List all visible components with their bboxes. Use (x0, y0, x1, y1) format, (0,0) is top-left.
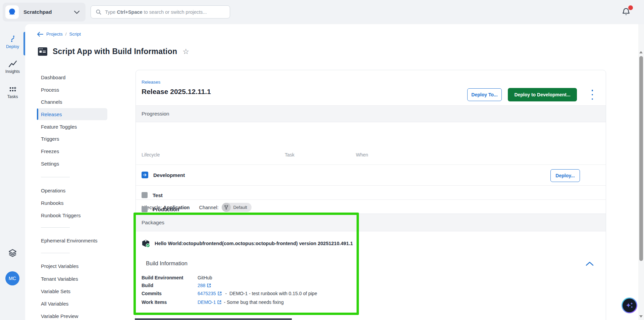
row-divider (136, 165, 606, 165)
external-link-icon (217, 300, 222, 305)
sidebar-divider (41, 253, 70, 253)
app-root: Scratchpad Type Ctrl+Space to search or … (0, 0, 644, 320)
breadcrumb-separator: / (65, 32, 67, 37)
work-item-message: - Some bug that needs fixing (224, 300, 283, 305)
release-card: Releases Release 2025.12.11.1 Deploy To.… (136, 70, 606, 320)
rail-item-deploy[interactable]: Deploy (0, 34, 25, 49)
work-items-label: Work Items (142, 300, 195, 305)
deploy-to-button[interactable]: Deploy To... (467, 88, 502, 101)
chevron-down-icon (74, 11, 79, 14)
release-title: Release 2025.12.11.1 (142, 88, 211, 96)
sidebar-item-process[interactable]: Process (38, 84, 107, 96)
sidebar-item-channels[interactable]: Channels (38, 96, 107, 108)
scrollbar-down-arrow[interactable] (639, 315, 643, 318)
rail-item-label: Tasks (7, 94, 18, 99)
top-bar: Scratchpad Type Ctrl+Space to search or … (0, 0, 644, 24)
next-section-edge (135, 318, 292, 320)
global-search-input[interactable]: Type Ctrl+Space to search or switch proj… (91, 5, 230, 18)
sidebar-divider (41, 227, 70, 228)
column-header-task: Task (285, 152, 294, 157)
octopus-logo-icon (5, 5, 19, 19)
commit-link[interactable]: 6475235 (198, 291, 222, 296)
rail-item-insights[interactable]: Insights (0, 60, 25, 74)
avatar[interactable]: MC (5, 271, 19, 285)
commit-message: - DEMO-1 - test runbook with 0.15.0 of p… (225, 291, 317, 296)
commits-label: Commits (142, 291, 195, 296)
sidebar-item-settings[interactable]: Settings (38, 157, 107, 170)
package-name: Hello World:octopubfrontend(com.octopus:… (155, 241, 353, 246)
deploy-environment-button[interactable]: Deploy... (550, 169, 580, 182)
sidebar-item-variable-preview[interactable]: Variable Preview (38, 310, 107, 320)
sparkles-icon (625, 301, 635, 311)
column-header-when: When (356, 152, 368, 157)
rail-item-label: Deploy (6, 44, 19, 49)
build-environment-label: Build Environment (142, 275, 195, 280)
spaces-button[interactable] (0, 248, 25, 258)
sidebar-item-variable-sets[interactable]: Variable Sets (38, 285, 107, 297)
breadcrumb-projects-link[interactable]: Projects (46, 32, 63, 37)
build-environment-value: GitHub (198, 275, 212, 280)
pending-environment-icon (142, 192, 148, 198)
ai-assistant-button[interactable] (622, 298, 637, 313)
channel-chip[interactable]: Default (222, 203, 251, 212)
row-divider (136, 185, 606, 186)
package-row: Hello World:octopubfrontend(com.octopus:… (141, 239, 353, 248)
channel-value: Default (233, 205, 247, 210)
releases-link[interactable]: Releases (142, 80, 160, 85)
channel-label: Channel: (199, 205, 218, 210)
sidebar-item-operations[interactable]: Operations (38, 184, 107, 196)
rail-item-label: Insights (5, 69, 20, 74)
breadcrumb-script-link[interactable]: Script (69, 32, 81, 37)
deploy-to-development-button[interactable]: Deploy to Development... (508, 88, 577, 101)
column-header-lifecycle: Lifecycle (142, 152, 160, 157)
page-title: Script App with Build Information (53, 47, 177, 56)
sidebar-item-runbook-triggers[interactable]: Runbook Triggers (38, 209, 107, 221)
back-arrow-icon[interactable] (37, 32, 43, 37)
environment-row-development: Development (142, 172, 185, 178)
favorite-star-icon[interactable]: ☆ (182, 48, 189, 55)
search-icon (96, 9, 102, 15)
sidebar-item-all-variables[interactable]: All Variables (38, 298, 107, 310)
overflow-menu-button[interactable] (589, 90, 595, 100)
sidebar-item-freezes[interactable]: Freezes (38, 145, 107, 157)
build-information-heading: Build Information (146, 260, 187, 267)
tasks-icon (8, 86, 17, 93)
project-switcher-label: Scratchpad (23, 9, 52, 15)
branch-icon (222, 203, 231, 212)
sidebar-item-dashboard[interactable]: Dashboard (38, 71, 107, 83)
deploy-icon (9, 34, 17, 43)
sidebar-item-runbooks[interactable]: Runbooks (38, 197, 107, 209)
project-icon (38, 47, 47, 56)
pending-environment-icon (142, 206, 148, 212)
current-environment-icon (142, 172, 148, 178)
sidebar-divider (41, 177, 70, 177)
scrollbar-up-arrow[interactable] (639, 51, 643, 53)
progression-section-header: Progression (136, 105, 606, 122)
scrollbar-track[interactable] (638, 24, 644, 320)
build-number-link[interactable]: 288 (198, 283, 211, 288)
sidebar-item-feature-toggles[interactable]: Feature Toggles (38, 121, 107, 133)
row-divider (136, 199, 606, 200)
external-link-icon (217, 291, 222, 296)
notifications-button[interactable] (622, 7, 632, 17)
build-label: Build (142, 283, 195, 288)
search-placeholder: Type Ctrl+Space to search or switch proj… (105, 9, 207, 15)
environment-row-production: Production (142, 206, 179, 212)
sidebar-item-tenant-variables[interactable]: Tenant Variables (38, 273, 107, 285)
package-icon (141, 239, 150, 248)
page-title-bar: Script App with Build Information ☆ (38, 47, 189, 56)
scrollbar-thumb[interactable] (639, 56, 643, 261)
rail-item-tasks[interactable]: Tasks (0, 86, 25, 99)
insights-icon (8, 60, 17, 68)
chevron-up-icon[interactable] (585, 260, 594, 268)
project-switcher[interactable]: Scratchpad (3, 3, 86, 21)
packages-section-header: Packages (136, 214, 606, 231)
sidebar-item-releases[interactable]: Releases (38, 108, 107, 120)
external-link-icon (207, 283, 211, 288)
sidebar-item-triggers[interactable]: Triggers (38, 133, 107, 145)
breadcrumb: Projects / Script (37, 32, 81, 37)
sidebar-item-ephemeral-environments[interactable]: Ephemeral Environments (38, 234, 107, 246)
sidebar-item-project-variables[interactable]: Project Variables (38, 260, 107, 272)
work-item-link[interactable]: DEMO-1 (198, 300, 222, 305)
layers-icon (8, 248, 17, 258)
